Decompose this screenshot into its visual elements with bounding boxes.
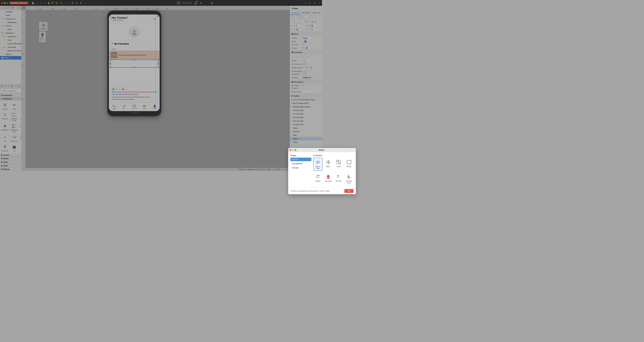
trigger-column: Trigger OnClick OnLongClick OnLoad: [290, 154, 311, 171]
trigger-onclick[interactable]: OnClick: [290, 158, 311, 161]
modal-close-btn[interactable]: [290, 149, 291, 151]
cmd-showhide[interactable]: Show / Hide: [313, 158, 322, 171]
showhide-icon: [315, 159, 321, 165]
modal-traffic-lights: [290, 149, 296, 151]
cmd-showhide-label: Show / Hide: [314, 166, 322, 169]
svg-point-4: [317, 161, 318, 163]
modal-columns: Trigger OnClick OnLongClick OnLoad Comma…: [290, 154, 322, 171]
trigger-col-title: Trigger: [290, 154, 311, 156]
trigger-onlongclick[interactable]: OnLongClick: [290, 162, 311, 165]
eye-svg: [315, 160, 320, 165]
modal-maximize-btn[interactable]: [294, 149, 296, 151]
modal-titlebar: Select: [288, 148, 322, 152]
trigger-list: OnClick OnLongClick OnLoad: [290, 158, 311, 170]
command-column: Command Show / Hide: [313, 154, 322, 171]
trigger-onload[interactable]: OnLoad: [290, 166, 311, 170]
select-modal: Select Trigger OnClick OnLongClick OnLoa…: [288, 148, 322, 171]
command-grid: Show / Hide Move: [313, 158, 322, 171]
modal-overlay: Select Trigger OnClick OnLongClick OnLoa…: [0, 0, 322, 171]
command-col-title: Command: [313, 154, 322, 156]
modal-minimize-btn[interactable]: [292, 149, 294, 151]
modal-body: Trigger OnClick OnLongClick OnLoad Comma…: [288, 152, 322, 171]
modal-title: Select: [318, 149, 322, 151]
